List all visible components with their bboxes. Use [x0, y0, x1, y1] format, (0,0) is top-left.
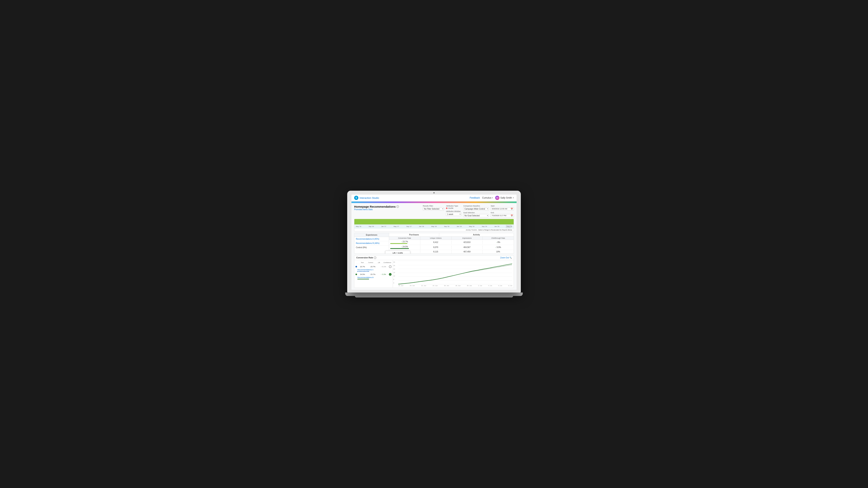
timeline-handle[interactable] [506, 225, 512, 228]
exp-experiences-column: Experiences Recommendations A (45%) Reco… [354, 233, 389, 254]
attribution-type-value: CLICK [446, 207, 461, 209]
attribution-type-label: Attribution Type: [446, 205, 461, 207]
conv-info-icon[interactable]: i [374, 256, 376, 259]
cumulus-label: Cumulus [482, 196, 491, 199]
brand-logo: S [354, 196, 359, 200]
purchases-header: Purchases [389, 233, 439, 236]
chart-y-labels: 30 25 20 15 10 5 0 [393, 261, 397, 284]
end-date-input[interactable] [492, 215, 510, 217]
exp-a-impressions: 423,810 [452, 240, 483, 244]
exp-a-conv: ↑ 23.7% [389, 240, 420, 245]
conv-b-test: 24.5% [358, 273, 368, 275]
page-title: Homepage Recommendations i [354, 205, 399, 208]
timeline-label-7: Sep '18 [444, 226, 449, 227]
exp-b-ctr: ↑ 9.9% [483, 246, 514, 249]
start-label: Start: [491, 205, 514, 207]
experiment-table: Experiences Recommendations A (45%) Reco… [354, 233, 514, 254]
page-header: Homepage Recommendations i Promoted Item… [354, 205, 514, 217]
conv-th-lift: Lift [375, 262, 383, 263]
laptop-base-bottom [355, 296, 513, 297]
conv-data-row-b: 24.5% 23.7% ↑ 3.3% ✓ [355, 272, 392, 276]
start-date-input[interactable] [492, 208, 510, 210]
conv-header: Conversion Rate i Zoom Out 🔍 [354, 256, 514, 260]
start-calendar-icon[interactable]: 📅 [510, 208, 513, 210]
timeline-label-6: May '18 [431, 226, 437, 227]
chart-line-b [398, 264, 512, 284]
exp-row-b-name[interactable]: Recommendations B (46%) [354, 241, 389, 246]
conv-th-control: Control [367, 262, 375, 263]
exp-row-a-name[interactable]: Recommendations A (45%) [354, 237, 389, 241]
conv-dot-a [355, 266, 357, 267]
goal-selection-select[interactable]: No Goal Selected [463, 214, 488, 217]
conv-body: Test Control Lift Confidence 23.7% [354, 260, 514, 288]
conv-b-line-sample [358, 279, 369, 280]
exp-a-visitors: 8,412 [420, 240, 452, 244]
app: S Interaction Studio Feedback Cumulus ▾ … [351, 195, 517, 290]
sub-header-impressions: Impressions [452, 236, 483, 240]
timeline-green-bar[interactable] [354, 219, 514, 224]
exp-ctrl-impressions: 407,459 [452, 250, 483, 254]
cumulus-dropdown[interactable]: Cumulus ▾ [482, 196, 493, 199]
end-calendar-icon[interactable]: 📅 [510, 215, 513, 217]
timeline-axis[interactable]: May '16 Sep '16 Jan '17 May '17 Sep '17 … [354, 224, 514, 229]
timeline-label-8: Jan '19 [457, 226, 462, 227]
conv-data-row-a: 23.7% 23.7% ↑ 0.1% ? [355, 265, 392, 268]
zoom-out-button[interactable]: Zoom Out 🔍 [500, 257, 512, 259]
comparison-baseline-group: Comparison Baseline: Campaign-Wide Contr… [463, 205, 489, 217]
goal-selection-label: Goal Selection: [463, 212, 489, 214]
timeline-label-5: Jan '18 [419, 226, 424, 227]
goal-selection-select-wrapper: No Goal Selected [463, 214, 489, 217]
timeline-label-4: Sep '17 [406, 226, 412, 227]
activity-header: Activity [439, 233, 514, 236]
attribution-type-group: Attribution Type: CLICK Attribution Wind… [446, 205, 461, 216]
conv-a-test: 23.7% [358, 266, 368, 268]
user-name: Sally Smith [500, 196, 512, 199]
timeline-note: Activity Timeline - Select a Range to Re… [354, 229, 514, 231]
conf-circle-gray-icon: ? [389, 265, 392, 268]
conv-table-headers: Test Control Lift Confidence [355, 261, 392, 264]
timeline-section: May '16 Sep '16 Jan '17 May '17 Sep '17 … [354, 219, 514, 231]
brand: S Interaction Studio [354, 196, 379, 200]
page-subtitle[interactable]: Promoted Items Stats [354, 208, 399, 210]
avatar: SS [495, 196, 499, 200]
sub-header-conv: Conversion Rate [389, 236, 420, 240]
exp-b-conv: ↑ 24.5% Lift: + 3.33% Confidence: 88 [389, 245, 420, 250]
conv-dot-b [355, 273, 357, 275]
conv-row-b: 24.5% 23.7% ↑ 3.3% ✓ Recommendations B [355, 272, 392, 280]
conv-b-label: Recommendations B [358, 276, 392, 279]
brand-logo-text: S [355, 196, 357, 199]
tooltip-lift: Lift: + 3.33% [387, 252, 408, 254]
attribution-window-select-wrapper: 1 week [446, 213, 461, 216]
page-info-icon[interactable]: i [396, 205, 399, 208]
conv-th-test: Test [358, 262, 366, 263]
results-filter-select[interactable]: No Filter Selected [423, 207, 444, 210]
timeline-label-0: May '16 [356, 226, 361, 227]
timeline-label-9: May '19 [469, 226, 474, 227]
user-menu[interactable]: SS Sally Smith ▾ [495, 196, 514, 200]
conv-a-lift: ↑ 0.1% [378, 266, 389, 268]
deco-bar [351, 201, 517, 203]
main-content: Homepage Recommendations i Promoted Item… [351, 203, 517, 290]
exp-ctrl-visitors: 8,115 [420, 250, 452, 254]
attribution-window-select[interactable]: 1 week [446, 213, 461, 216]
comparison-baseline-select[interactable]: Campaign-Wide Control [463, 207, 489, 210]
brand-name: Interaction Studio [360, 196, 379, 199]
end-label: End: [491, 212, 514, 214]
chart-area: 30 25 20 15 10 5 0 [393, 260, 514, 288]
exp-row-a: ↑ 23.7% 8,412 423,810 ↑ 8% [389, 240, 514, 245]
conversion-rate-section: Conversion Rate i Zoom Out 🔍 [354, 255, 514, 288]
feedback-link[interactable]: Feedback [470, 196, 480, 199]
end-date-input-wrapper: 📅 [491, 214, 514, 217]
tooltip: Lift: + 3.33% Confidence: 88.2% Recommen… [385, 251, 410, 254]
results-filter-select-wrapper: No Filter Selected [423, 207, 444, 210]
conv-th-conf: Confidence [383, 262, 392, 263]
attribution-window-label: Attribution Window: [446, 210, 461, 212]
results-filter-group: Results Filter: No Filter Selected [423, 205, 444, 210]
conv-title: Conversion Rate i [356, 256, 376, 259]
chart-svg [398, 261, 512, 284]
laptop-screen: S Interaction Studio Feedback Cumulus ▾ … [351, 195, 517, 290]
results-filter-label: Results Filter: [423, 205, 444, 207]
timeline-label-11: Jan '20 [494, 226, 499, 227]
exp-data-area: Purchases Activity Conversion Rate Uniqu… [389, 233, 514, 254]
nav-right: Feedback Cumulus ▾ SS Sally Smith ▾ [470, 196, 514, 200]
